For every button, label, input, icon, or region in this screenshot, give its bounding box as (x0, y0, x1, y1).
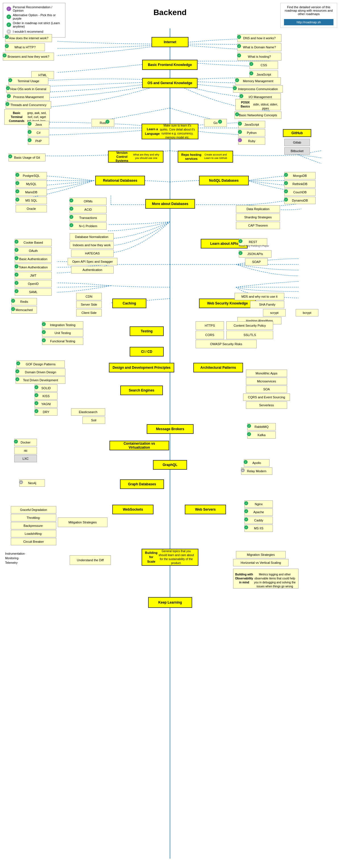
badge-ipc: ✓ (233, 86, 237, 90)
badge-yagni: ✓ (34, 401, 38, 405)
node-posix: POSIX Basicsstdin, stdout, stderr, pipes (236, 99, 281, 110)
badge-php: ✓ (28, 138, 32, 142)
badge-token-auth: ✓ (14, 265, 19, 269)
badge-css: ✓ (249, 62, 253, 66)
node-unit-testing: Unit Testing (42, 329, 83, 337)
node-content-security: Content Security Policy (226, 321, 273, 330)
badge-rethinkdb: ✓ (284, 181, 288, 185)
node-go: Go (204, 119, 227, 127)
badge-proc-mgmt: ✓ (7, 94, 11, 98)
node-owasp: OWASP Security Risks (195, 340, 257, 348)
node-memcached: Memcached (11, 306, 37, 314)
node-token-auth: Token Authentication (15, 264, 52, 271)
badge-psql: ✓ (16, 173, 19, 177)
badge-acid: ✓ (69, 207, 73, 211)
node-md5: MD5 and why not to use it (235, 293, 284, 300)
node-postgresql: PostgreSQL (16, 172, 47, 179)
node-kafka: Kafka (247, 431, 276, 439)
legend-personal-icon: ✓ (6, 6, 11, 11)
node-solr: Solr (83, 416, 105, 424)
node-soa: SOA (246, 385, 287, 393)
node-mongodb: MongoDB (284, 172, 315, 179)
node-rkt: rkt (14, 447, 37, 454)
badge-python: ✓ (238, 130, 242, 134)
node-vcs: Version Control SystemsWhat are they and… (108, 151, 163, 163)
node-building-scale: Building for ScaleGeneral topics that yo… (142, 549, 198, 566)
node-acid: ACID (70, 206, 106, 213)
badge-saml: ✓ (14, 289, 19, 293)
node-networking-concepts: Basic Networking Concepts (235, 112, 281, 119)
node-redis: Redis (11, 298, 37, 305)
badge-tdd: ✓ (16, 377, 19, 381)
page-title: Backend (154, 8, 187, 17)
badge-dynamodb: ✓ (284, 197, 288, 202)
node-db-normalization: Database Normalization (70, 233, 114, 241)
badge-rest: ✓ (239, 239, 243, 243)
badge-transactions: ✓ (69, 215, 73, 219)
node-nosql: NoSQL Databases (199, 176, 249, 185)
node-hateoas: HATEOAS (71, 250, 114, 257)
node-transactions: Transactions (70, 214, 106, 221)
badge-dns: ✓ (237, 35, 241, 39)
badge-networking: ✓ (235, 112, 239, 116)
node-ruby: Ruby (238, 137, 265, 145)
roadmap-url-button[interactable]: http://roadmap.sh (284, 19, 334, 25)
node-message-brokers: Message Brokers (147, 424, 194, 434)
node-rabbitmq: RabbitMQ (247, 423, 276, 430)
badge-browsers: ✓ (3, 54, 6, 57)
node-n1-problem: N+1 Problem (70, 222, 106, 230)
node-design-dev: Design and Development Principles (109, 363, 174, 372)
node-ipc: Interprocess Communication (233, 85, 283, 93)
badge-rabbitmq: ✓ (247, 424, 251, 428)
badge-go: ✓ (218, 120, 222, 124)
node-python: Python (238, 129, 265, 136)
node-https: HTTPS (195, 321, 224, 330)
node-relay: Relay Modern (241, 467, 272, 475)
node-cors: CORS (195, 331, 224, 339)
node-neo4j: Neo4j (19, 479, 45, 487)
node-mysql: MySQL (16, 180, 47, 188)
badge-csharp: ✓ (28, 130, 32, 134)
node-mssql: MS SQL (16, 197, 47, 204)
badge-functional: ✓ (42, 338, 46, 342)
node-git-basic: Basic Usage of Git (8, 154, 45, 161)
node-scrypt: scrypt (263, 309, 286, 316)
node-migration-strategies: Migration Strategies (236, 551, 286, 558)
node-client-side: Client Side (76, 309, 102, 316)
node-build-observability: Building with Observability in mindMetri… (233, 569, 299, 589)
node-caching: Caching (112, 299, 146, 308)
node-sharding: Sharding Strategies (236, 214, 280, 221)
node-learn-language: Learn a LanguageMake sure to learn it's … (142, 124, 198, 139)
node-rust: Rust (92, 119, 114, 127)
legend-not-rec-text: I wouldn't recommend (13, 30, 43, 33)
node-openid: OpenID (15, 280, 52, 287)
node-nginx: Nginx (245, 500, 273, 508)
node-rest-sub: Read Roy Fielding's Paper (239, 245, 283, 247)
node-openapi: Open API Spec and Swagger (68, 258, 117, 265)
badge-git: ✓ (8, 154, 12, 158)
node-browsers: Browsers and how they work? (3, 53, 54, 61)
node-relational-db: Relational Databases (95, 176, 145, 185)
badge-caddy: ✓ (244, 518, 248, 521)
url-description: Find the detailed version of this roadma… (284, 5, 334, 16)
node-graphql: GraphQL (153, 460, 187, 470)
node-lxc: LXC (14, 455, 37, 462)
node-soap: SOAP (245, 258, 268, 266)
badge-nginx: ✓ (244, 501, 248, 505)
badge-apollo: ✓ (244, 460, 248, 464)
node-testing: Testing (130, 327, 164, 336)
node-gof: GOF Design Patterns (17, 361, 65, 368)
badge-unit: ✓ (42, 330, 46, 334)
badge-java: ✓ (28, 122, 32, 126)
node-cdn: CDN (76, 293, 102, 300)
badge-orms: ✓ (69, 198, 73, 203)
node-domain-name: What is Domain Name? (237, 43, 281, 51)
node-throttling: Throttling· (11, 514, 56, 521)
node-oracle: Oracle (16, 205, 47, 212)
node-process-mgmt: Process Management (7, 93, 50, 101)
badge-openid: ✓ (14, 281, 19, 285)
node-monolithic: Monolithic Apps (246, 370, 287, 377)
node-backpressure: Backpressure· (11, 522, 56, 529)
node-authentication-api: Authentication (71, 266, 114, 274)
badge-couchdb: ✓ (284, 189, 288, 193)
